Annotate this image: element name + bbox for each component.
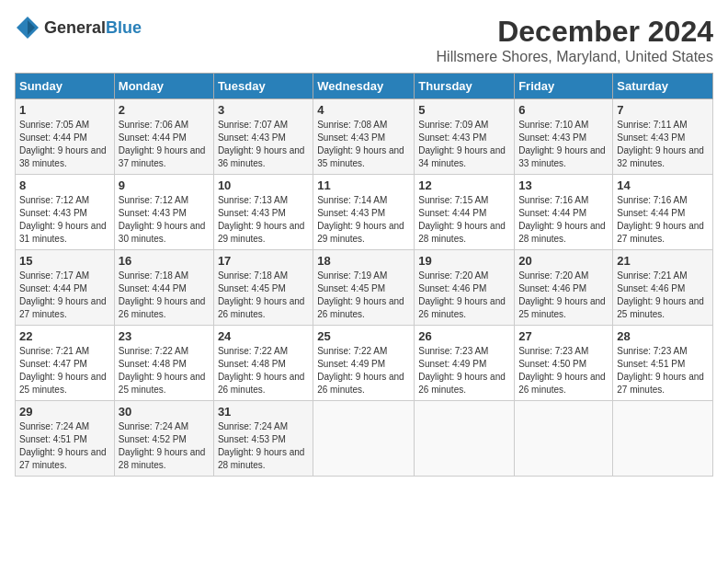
calendar-cell: 29Sunrise: 7:24 AMSunset: 4:51 PMDayligh…: [16, 401, 115, 477]
day-number: 18: [317, 254, 410, 268]
week-row-5: 29Sunrise: 7:24 AMSunset: 4:51 PMDayligh…: [16, 401, 713, 477]
day-number: 20: [518, 254, 609, 268]
header-row: SundayMondayTuesdayWednesdayThursdayFrid…: [16, 74, 713, 99]
calendar-cell: 15Sunrise: 7:17 AMSunset: 4:44 PMDayligh…: [16, 250, 115, 326]
day-number: 31: [218, 405, 309, 419]
cell-content: Sunrise: 7:24 AMSunset: 4:53 PMDaylight:…: [218, 421, 305, 470]
day-number: 30: [119, 405, 210, 419]
cell-content: Sunrise: 7:23 AMSunset: 4:51 PMDaylight:…: [617, 346, 704, 395]
cell-content: Sunrise: 7:11 AMSunset: 4:43 PMDaylight:…: [617, 120, 704, 168]
header: GeneralBlue December 2024 Hillsmere Shor…: [15, 15, 713, 65]
calendar-cell: 9Sunrise: 7:12 AMSunset: 4:43 PMDaylight…: [114, 175, 213, 250]
subtitle: Hillsmere Shores, Maryland, United State…: [437, 49, 713, 65]
cell-content: Sunrise: 7:12 AMSunset: 4:43 PMDaylight:…: [19, 195, 107, 244]
day-number: 19: [418, 254, 510, 268]
calendar-cell: [313, 401, 415, 477]
header-cell-friday: Friday: [515, 74, 613, 99]
cell-content: Sunrise: 7:08 AMSunset: 4:43 PMDaylight:…: [317, 120, 404, 168]
logo: GeneralBlue: [15, 15, 142, 40]
calendar-cell: [415, 401, 515, 477]
calendar-cell: 23Sunrise: 7:22 AMSunset: 4:48 PMDayligh…: [114, 326, 213, 401]
cell-content: Sunrise: 7:16 AMSunset: 4:44 PMDaylight:…: [617, 195, 704, 244]
calendar-cell: 6Sunrise: 7:10 AMSunset: 4:43 PMDaylight…: [515, 99, 613, 175]
cell-content: Sunrise: 7:17 AMSunset: 4:44 PMDaylight:…: [19, 270, 107, 319]
cell-content: Sunrise: 7:07 AMSunset: 4:43 PMDaylight:…: [218, 120, 305, 168]
day-number: 29: [19, 405, 110, 419]
day-number: 23: [119, 329, 210, 343]
week-row-4: 22Sunrise: 7:21 AMSunset: 4:47 PMDayligh…: [16, 326, 713, 401]
day-number: 4: [317, 103, 410, 117]
day-number: 24: [218, 329, 309, 343]
calendar-cell: 16Sunrise: 7:18 AMSunset: 4:44 PMDayligh…: [114, 250, 213, 326]
day-number: 16: [119, 254, 210, 268]
calendar-table: SundayMondayTuesdayWednesdayThursdayFrid…: [15, 73, 713, 477]
day-number: 6: [518, 103, 609, 117]
calendar-cell: 28Sunrise: 7:23 AMSunset: 4:51 PMDayligh…: [613, 326, 713, 401]
calendar-cell: [613, 401, 713, 477]
cell-content: Sunrise: 7:24 AMSunset: 4:51 PMDaylight:…: [19, 421, 107, 470]
day-number: 27: [518, 329, 609, 343]
cell-content: Sunrise: 7:18 AMSunset: 4:44 PMDaylight:…: [119, 270, 206, 319]
calendar-cell: 2Sunrise: 7:06 AMSunset: 4:44 PMDaylight…: [114, 99, 213, 175]
cell-content: Sunrise: 7:24 AMSunset: 4:52 PMDaylight:…: [119, 421, 206, 470]
calendar-cell: 13Sunrise: 7:16 AMSunset: 4:44 PMDayligh…: [515, 175, 613, 250]
calendar-cell: 26Sunrise: 7:23 AMSunset: 4:49 PMDayligh…: [415, 326, 515, 401]
cell-content: Sunrise: 7:13 AMSunset: 4:43 PMDaylight:…: [218, 195, 305, 244]
week-row-1: 1Sunrise: 7:05 AMSunset: 4:44 PMDaylight…: [16, 99, 713, 175]
cell-content: Sunrise: 7:18 AMSunset: 4:45 PMDaylight:…: [218, 270, 305, 319]
calendar-cell: 1Sunrise: 7:05 AMSunset: 4:44 PMDaylight…: [16, 99, 115, 175]
calendar-cell: 30Sunrise: 7:24 AMSunset: 4:52 PMDayligh…: [114, 401, 213, 477]
cell-content: Sunrise: 7:06 AMSunset: 4:44 PMDaylight:…: [119, 120, 206, 168]
cell-content: Sunrise: 7:19 AMSunset: 4:45 PMDaylight:…: [317, 270, 404, 319]
calendar-cell: 20Sunrise: 7:20 AMSunset: 4:46 PMDayligh…: [515, 250, 613, 326]
calendar-cell: 21Sunrise: 7:21 AMSunset: 4:46 PMDayligh…: [613, 250, 713, 326]
title-area: December 2024 Hillsmere Shores, Maryland…: [437, 15, 713, 65]
header-cell-sunday: Sunday: [16, 74, 115, 99]
cell-content: Sunrise: 7:21 AMSunset: 4:47 PMDaylight:…: [19, 346, 107, 395]
logo-text: GeneralBlue: [44, 18, 142, 38]
cell-content: Sunrise: 7:23 AMSunset: 4:49 PMDaylight:…: [418, 346, 506, 395]
cell-content: Sunrise: 7:22 AMSunset: 4:48 PMDaylight:…: [218, 346, 305, 395]
header-cell-monday: Monday: [114, 74, 213, 99]
calendar-cell: 4Sunrise: 7:08 AMSunset: 4:43 PMDaylight…: [313, 99, 415, 175]
week-row-2: 8Sunrise: 7:12 AMSunset: 4:43 PMDaylight…: [16, 175, 713, 250]
day-number: 5: [418, 103, 510, 117]
cell-content: Sunrise: 7:12 AMSunset: 4:43 PMDaylight:…: [119, 195, 206, 244]
day-number: 13: [518, 178, 609, 192]
cell-content: Sunrise: 7:15 AMSunset: 4:44 PMDaylight:…: [418, 195, 506, 244]
calendar-cell: 17Sunrise: 7:18 AMSunset: 4:45 PMDayligh…: [213, 250, 313, 326]
cell-content: Sunrise: 7:20 AMSunset: 4:46 PMDaylight:…: [418, 270, 506, 319]
calendar-cell: 5Sunrise: 7:09 AMSunset: 4:43 PMDaylight…: [415, 99, 515, 175]
cell-content: Sunrise: 7:23 AMSunset: 4:50 PMDaylight:…: [518, 346, 606, 395]
week-row-3: 15Sunrise: 7:17 AMSunset: 4:44 PMDayligh…: [16, 250, 713, 326]
day-number: 3: [218, 103, 309, 117]
day-number: 12: [418, 178, 510, 192]
calendar-cell: 14Sunrise: 7:16 AMSunset: 4:44 PMDayligh…: [613, 175, 713, 250]
calendar-cell: [515, 401, 613, 477]
day-number: 14: [617, 178, 709, 192]
cell-content: Sunrise: 7:09 AMSunset: 4:43 PMDaylight:…: [418, 120, 506, 168]
calendar-cell: 24Sunrise: 7:22 AMSunset: 4:48 PMDayligh…: [213, 326, 313, 401]
calendar-cell: 18Sunrise: 7:19 AMSunset: 4:45 PMDayligh…: [313, 250, 415, 326]
cell-content: Sunrise: 7:16 AMSunset: 4:44 PMDaylight:…: [518, 195, 606, 244]
cell-content: Sunrise: 7:05 AMSunset: 4:44 PMDaylight:…: [19, 120, 107, 168]
cell-content: Sunrise: 7:22 AMSunset: 4:49 PMDaylight:…: [317, 346, 404, 395]
calendar-cell: 11Sunrise: 7:14 AMSunset: 4:43 PMDayligh…: [313, 175, 415, 250]
day-number: 26: [418, 329, 510, 343]
calendar-cell: 8Sunrise: 7:12 AMSunset: 4:43 PMDaylight…: [16, 175, 115, 250]
day-number: 2: [119, 103, 210, 117]
header-cell-tuesday: Tuesday: [213, 74, 313, 99]
cell-content: Sunrise: 7:22 AMSunset: 4:48 PMDaylight:…: [119, 346, 206, 395]
day-number: 1: [19, 103, 110, 117]
header-cell-thursday: Thursday: [415, 74, 515, 99]
calendar-cell: 22Sunrise: 7:21 AMSunset: 4:47 PMDayligh…: [16, 326, 115, 401]
cell-content: Sunrise: 7:10 AMSunset: 4:43 PMDaylight:…: [518, 120, 606, 168]
cell-content: Sunrise: 7:21 AMSunset: 4:46 PMDaylight:…: [617, 270, 704, 319]
day-number: 28: [617, 329, 709, 343]
calendar-cell: 12Sunrise: 7:15 AMSunset: 4:44 PMDayligh…: [415, 175, 515, 250]
day-number: 9: [119, 178, 210, 192]
calendar-cell: 10Sunrise: 7:13 AMSunset: 4:43 PMDayligh…: [213, 175, 313, 250]
logo-icon: [15, 15, 40, 40]
calendar-cell: 27Sunrise: 7:23 AMSunset: 4:50 PMDayligh…: [515, 326, 613, 401]
calendar-cell: 7Sunrise: 7:11 AMSunset: 4:43 PMDaylight…: [613, 99, 713, 175]
